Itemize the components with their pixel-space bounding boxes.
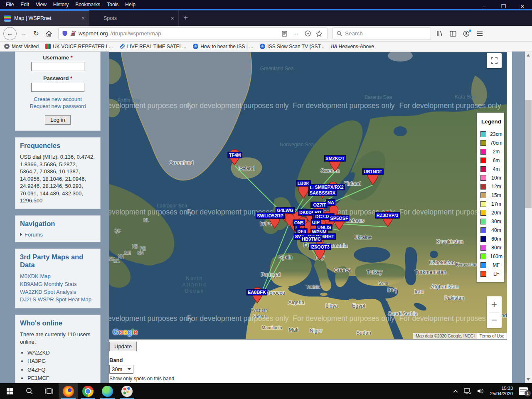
band-select[interactable]: 30m: [109, 365, 133, 374]
callsign-label[interactable]: SP5OSF: [329, 215, 349, 222]
page-actions-icon[interactable]: ⋯: [291, 29, 300, 38]
third-party-link[interactable]: WA2ZKD Spot Analysis: [20, 288, 96, 296]
bookmark-item[interactable]: How to hear the ISS | ...: [193, 44, 253, 49]
menu-bookmarks[interactable]: Bookmarks: [72, 2, 103, 7]
legend-item: LF: [480, 269, 504, 278]
terms-of-use-link[interactable]: Terms of Use: [477, 333, 507, 339]
bookmark-item[interactable]: UK VOICE REPEATER L...: [45, 44, 113, 49]
callsign-label[interactable]: SM2KOT: [324, 155, 346, 162]
third-party-link[interactable]: M0XDK Map: [20, 273, 96, 281]
search-input[interactable]: Search: [332, 27, 431, 40]
menu-view[interactable]: View: [32, 2, 50, 7]
back-button[interactable]: ←: [3, 27, 17, 40]
legend-item: 30m: [480, 217, 504, 226]
third-party-link[interactable]: DJ2LS WSPR Spot Heat Map: [20, 296, 96, 304]
login-button[interactable]: Log in: [45, 115, 70, 125]
callsign-label[interactable]: NA: [326, 200, 335, 206]
volume-icon[interactable]: [477, 388, 484, 394]
google-logo-letter: o: [118, 328, 123, 336]
taskbar-chrome-button[interactable]: [78, 383, 98, 399]
minimize-button[interactable]: –: [475, 0, 494, 12]
tab-map-wsprnet[interactable]: Map | WSPRnet×: [0, 10, 89, 26]
taskbar-paint-button[interactable]: [117, 383, 137, 399]
zoom-in-button[interactable]: +: [487, 296, 502, 312]
legend-swatch: [480, 262, 486, 268]
taskbar: 15:33 25/04/2020 1: [0, 383, 532, 399]
home-button[interactable]: [42, 27, 55, 40]
accent-line: [0, 9, 532, 10]
bookmark-item[interactable]: Most Visited: [4, 44, 39, 49]
tab-close-icon[interactable]: ×: [81, 15, 85, 22]
update-button[interactable]: Update: [109, 342, 137, 351]
menu-tools[interactable]: Tools: [103, 2, 122, 7]
account-icon[interactable]: [462, 29, 471, 38]
callsign-label[interactable]: HB9TMC: [300, 236, 322, 242]
username-field[interactable]: [31, 62, 84, 71]
sidebar-toggle-icon[interactable]: [448, 29, 458, 38]
tab-spots[interactable]: Spots×: [89, 10, 179, 26]
bookmark-item[interactable]: HAHeavens-Above: [331, 44, 374, 49]
bookmark-item[interactable]: LIVE REAL TIME SATEL...: [120, 44, 187, 49]
pocket-icon[interactable]: [303, 29, 312, 38]
fullscreen-button[interactable]: [487, 53, 502, 68]
legend-item: 40m: [480, 226, 504, 234]
hamburger-menu-icon[interactable]: [475, 29, 484, 38]
menu-edit[interactable]: Edit: [17, 2, 32, 7]
taskbar-clock[interactable]: 15:33 25/04/2020: [490, 386, 513, 397]
bookmark-label: LIVE REAL TIME SATEL...: [127, 44, 187, 49]
callsign-label[interactable]: OZ7IT: [312, 202, 327, 208]
start-button[interactable]: [0, 383, 20, 399]
restore-button[interactable]: ❐: [494, 0, 513, 12]
callsign-label[interactable]: SM0EPX/RX2: [313, 184, 345, 190]
callsign-label[interactable]: RZ3DVP/3: [375, 212, 400, 219]
forums-link[interactable]: Forums: [20, 232, 96, 238]
geo-label: Mauritania: [261, 325, 282, 330]
legend-band-label: 20m: [488, 210, 504, 216]
scroll-down-icon[interactable]: [527, 378, 530, 381]
callsign-label[interactable]: UB1NDF: [362, 169, 384, 175]
callsign-label[interactable]: SA6BSS/RX: [308, 190, 337, 196]
tray-expand-icon[interactable]: [453, 389, 458, 393]
url-bar[interactable]: wsprnet.org/drupal/wsprnet/map ⋯: [58, 27, 328, 40]
taskbar-search-button[interactable]: [20, 383, 39, 399]
callsign-label[interactable]: TF4M: [228, 152, 242, 158]
google-logo[interactable]: Google: [113, 328, 137, 337]
library-icon[interactable]: [435, 29, 444, 38]
taskbar-globe-app-button[interactable]: [98, 383, 117, 399]
tab-close-icon[interactable]: ×: [171, 15, 174, 22]
callsign-label[interactable]: SWLIO52RP: [256, 213, 285, 219]
menu-file[interactable]: File: [2, 2, 17, 7]
notification-center-button[interactable]: 1: [519, 387, 528, 395]
callsign-label[interactable]: EA8BFK: [246, 289, 267, 296]
menu-history[interactable]: History: [50, 2, 72, 7]
scroll-up-icon[interactable]: [527, 54, 530, 57]
task-view-button[interactable]: [39, 383, 59, 399]
password-field[interactable]: [31, 83, 84, 92]
create-account-link[interactable]: Create new account: [20, 96, 96, 102]
third-party-link[interactable]: KB9AMG Monthly Stats: [20, 281, 96, 288]
frequencies-text: USB dial (MHz): 0.136, 0.4742, 1.8366, 3…: [20, 153, 96, 204]
request-password-link[interactable]: Request new password: [20, 103, 96, 109]
taskbar-firefox-button[interactable]: [59, 383, 78, 399]
legend-swatch: [480, 254, 486, 259]
geo-label: Algeria: [288, 300, 305, 305]
legend-item: 12m: [480, 182, 504, 191]
scrollbar[interactable]: [525, 52, 532, 383]
legend-band-label: 160m: [488, 254, 504, 259]
map-legend: Legend 23cm70cm2m6m4m10m12m15m17m20m30m4…: [477, 113, 504, 282]
reader-view-icon[interactable]: [280, 29, 289, 38]
zoom-out-button[interactable]: −: [487, 313, 502, 328]
menu-help[interactable]: Help: [122, 2, 139, 7]
new-tab-button[interactable]: +: [179, 10, 193, 26]
online-user: G4ZFQ: [27, 366, 96, 374]
callsign-label[interactable]: IZ6QQT3: [309, 244, 331, 250]
close-button[interactable]: ✕: [513, 0, 532, 12]
forward-button[interactable]: →: [17, 27, 30, 40]
network-icon[interactable]: [464, 388, 471, 394]
bookmark-star-icon[interactable]: [315, 29, 324, 38]
map[interactable]: Greenland SeaBaffin BayBarents SeaKara S…: [109, 52, 507, 340]
scrollbar-thumb[interactable]: [525, 100, 532, 208]
tab-bar: Map | WSPRnet×Spots×+: [0, 10, 532, 26]
bookmark-item[interactable]: ISS Slow Scan TV (SST...: [260, 44, 324, 49]
reload-button[interactable]: ↻: [30, 27, 42, 40]
